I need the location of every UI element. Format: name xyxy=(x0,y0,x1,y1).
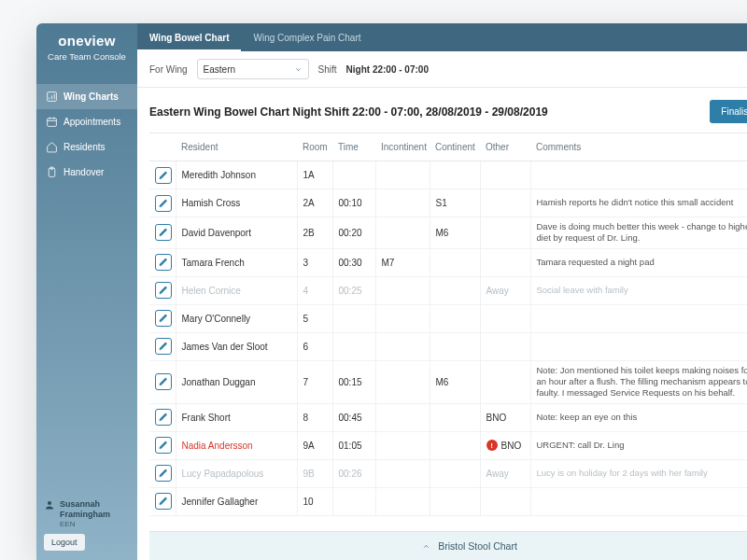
wing-filter-label: For Wing xyxy=(149,64,188,75)
cell-incontinent xyxy=(375,431,430,459)
cell-other xyxy=(480,487,530,515)
cell-comments: Lucy is on holiday for 2 days with her f… xyxy=(530,459,747,487)
cell-continent xyxy=(430,276,480,304)
edit-row-button[interactable] xyxy=(155,167,172,184)
edit-row-button[interactable] xyxy=(155,310,172,327)
cell-time: 00:20 xyxy=(332,217,375,249)
cell-incontinent xyxy=(375,276,430,304)
cell-incontinent: M7 xyxy=(375,248,430,276)
calendar-icon xyxy=(46,116,58,128)
edit-row-button[interactable] xyxy=(155,224,172,241)
sidebar-item-label: Handover xyxy=(63,167,104,177)
col-time: Time xyxy=(332,133,375,161)
cell-comments: Note: Jon mentioned his toilet keeps mak… xyxy=(530,360,747,403)
sidebar-item-handover[interactable]: Handover xyxy=(36,160,137,185)
resident-name: Frank Short xyxy=(176,403,297,431)
table-row: David Davenport2B00:20M6Dave is doing mu… xyxy=(149,217,747,249)
table-row: Frank Short800:45BNONote: keep an eye on… xyxy=(149,403,747,431)
edit-row-button[interactable] xyxy=(155,465,172,482)
resident-name: Tamara French xyxy=(176,248,297,276)
table-row: Meredith Johnson1A xyxy=(149,161,747,189)
app-window: oneview Care Team Console Wing Charts Ap… xyxy=(36,23,747,560)
edit-row-button[interactable] xyxy=(155,195,172,212)
content-header: Eastern Wing Bowel Chart Night Shift 22:… xyxy=(149,100,747,123)
edit-row-button[interactable] xyxy=(155,254,172,271)
cell-other xyxy=(480,304,530,332)
cell-comments: Note: keep an eye on this xyxy=(530,403,747,431)
cell-comments: Dave is doing much better this week - ch… xyxy=(530,217,747,249)
cell-incontinent xyxy=(375,161,430,189)
cell-incontinent xyxy=(375,304,430,332)
cell-room: 4 xyxy=(297,276,332,304)
edit-row-button[interactable] xyxy=(155,338,172,355)
sidebar-nav: Wing Charts Appointments Residents Hando… xyxy=(36,84,137,185)
cell-other xyxy=(480,360,530,403)
cell-comments: Social leave with family xyxy=(530,276,747,304)
cell-incontinent xyxy=(375,332,430,360)
edit-row-button[interactable] xyxy=(155,282,172,299)
col-room: Room xyxy=(297,133,332,161)
bristol-stool-label: Bristol Stool Chart xyxy=(438,540,517,552)
cell-other xyxy=(480,332,530,360)
col-comments: Comments xyxy=(530,133,747,161)
table-row: Mary O'Connelly5 xyxy=(149,304,747,332)
alert-icon: ! xyxy=(486,440,498,451)
sidebar-item-residents[interactable]: Residents xyxy=(36,134,137,160)
cell-other xyxy=(480,248,530,276)
finalise-button[interactable]: Finalise Chart xyxy=(710,100,747,123)
col-continent: Continent xyxy=(430,133,480,161)
content: Eastern Wing Bowel Chart Night Shift 22:… xyxy=(137,88,747,560)
avatar-icon xyxy=(44,499,55,511)
cell-room: 5 xyxy=(297,304,332,332)
edit-row-button[interactable] xyxy=(155,493,172,510)
cell-comments xyxy=(530,487,747,515)
wing-select[interactable]: Eastern xyxy=(197,59,309,79)
user-block: Susannah Framingham EEN xyxy=(44,499,130,528)
sidebar-item-wing-charts[interactable]: Wing Charts xyxy=(36,84,137,109)
tabs-bar: Wing Bowel Chart Wing Complex Pain Chart xyxy=(137,23,747,51)
cell-room: 6 xyxy=(297,332,332,360)
tab-bowel-chart[interactable]: Wing Bowel Chart xyxy=(137,26,241,51)
cell-continent xyxy=(430,332,480,360)
bristol-stool-toggle[interactable]: Bristol Stool Chart xyxy=(149,531,747,560)
sidebar-item-label: Wing Charts xyxy=(63,91,119,102)
brand-name: oneview xyxy=(44,33,130,49)
bowel-chart-table: Resident Room Time Incontinent Continent… xyxy=(149,133,747,516)
chevron-down-icon xyxy=(294,65,303,74)
cell-continent: S1 xyxy=(430,189,480,217)
resident-name: Mary O'Connelly xyxy=(176,304,297,332)
svg-point-4 xyxy=(48,501,51,505)
sidebar-item-label: Residents xyxy=(63,142,105,152)
wing-select-value: Eastern xyxy=(204,64,235,75)
edit-row-button[interactable] xyxy=(155,373,172,390)
brand-sub: Care Team Console xyxy=(44,51,130,62)
sidebar-item-appointments[interactable]: Appointments xyxy=(36,109,137,134)
resident-name: Jonathan Duggan xyxy=(176,360,297,403)
cell-continent xyxy=(430,161,480,189)
logout-button[interactable]: Logout xyxy=(44,534,85,551)
edit-row-button[interactable] xyxy=(155,409,172,426)
cell-time: 00:10 xyxy=(332,189,375,217)
cell-comments: URGENT: call Dr. Ling xyxy=(530,431,747,459)
resident-name: Helen Cornice xyxy=(176,276,297,304)
cell-other xyxy=(480,189,530,217)
cell-time xyxy=(332,332,375,360)
table-wrap: Resident Room Time Incontinent Continent… xyxy=(149,133,747,531)
cell-room: 9B xyxy=(297,459,332,487)
home-icon xyxy=(46,141,58,153)
cell-incontinent xyxy=(375,403,430,431)
edit-row-button[interactable] xyxy=(155,437,172,454)
user-role: EEN xyxy=(60,520,130,528)
cell-time: 00:26 xyxy=(332,459,375,487)
table-row: Hamish Cross2A00:10S1Hamish reports he d… xyxy=(149,189,747,217)
cell-other: Away xyxy=(480,276,530,304)
cell-room: 10 xyxy=(297,487,332,515)
cell-room: 2A xyxy=(297,189,332,217)
tab-pain-chart[interactable]: Wing Complex Pain Chart xyxy=(241,26,373,51)
chevron-up-icon xyxy=(422,541,430,550)
cell-continent: M6 xyxy=(430,360,480,403)
cell-time: 01:05 xyxy=(332,431,375,459)
cell-continent xyxy=(430,248,480,276)
sidebar-footer: Susannah Framingham EEN Logout xyxy=(36,490,137,560)
table-row: Tamara French300:30M7Tamara requested a … xyxy=(149,248,747,276)
